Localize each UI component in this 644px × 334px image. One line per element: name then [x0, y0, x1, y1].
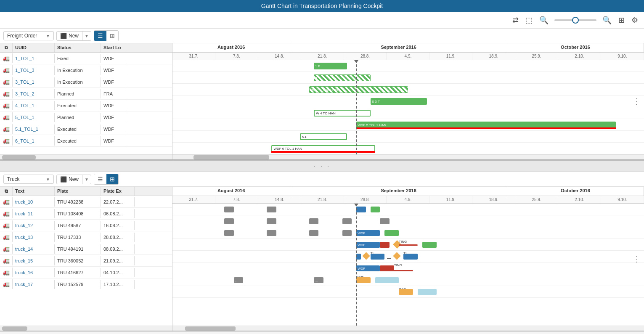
truck13-green[interactable]	[422, 242, 437, 248]
table-row[interactable]: 🚛 truck_12 TRU 49587 16.08.2...	[0, 220, 172, 231]
truck16-gray1[interactable]: ...	[234, 277, 243, 283]
truck10-bar1[interactable]	[224, 207, 233, 212]
table-row[interactable]: 🚛 5_TOL_1 Planned WDF	[0, 111, 172, 123]
gantt-bar-1-tol-1[interactable]: 1 F	[314, 63, 347, 69]
truck11-bar4[interactable]	[342, 218, 352, 224]
truck-day-7-8: 7.8.	[215, 196, 258, 203]
table-row[interactable]: 🚛 3_TOL_1 In Execution WDF	[0, 76, 172, 88]
uuid-link[interactable]: 3_TOL_2	[15, 91, 34, 96]
truck-text-link[interactable]: truck_15	[15, 258, 33, 263]
freight-order-new-dropdown[interactable]: ▼	[82, 32, 91, 40]
truck16-gray2[interactable]: ...	[314, 277, 323, 283]
table-row[interactable]: 🚛 6_TOL_1 Executed WDF	[0, 135, 172, 147]
truck17-orange[interactable]	[399, 289, 413, 295]
table-row[interactable]: 🚛 4_TOL_1 Executed WDF	[0, 100, 172, 111]
table-row[interactable]: 🚛 truck_17 TRU 152579 17.10.2...	[0, 278, 172, 290]
truck14-blue3[interactable]	[403, 254, 418, 260]
gantt-bar-51-tol-1[interactable]: 5.1	[300, 133, 347, 140]
table-row[interactable]: 🚛 truck_11 TRU 108408 06.08.2...	[0, 208, 172, 220]
truck-list-view-btn[interactable]: ☰	[94, 174, 106, 184]
freight-order-new-button-main[interactable]: ⬛ New	[57, 32, 82, 40]
uuid-link[interactable]: 5.1_TOL_1	[15, 127, 38, 132]
truck10-bar4[interactable]	[371, 207, 380, 212]
truck-grid-view-btn[interactable]: ⊞	[106, 174, 118, 184]
table-row[interactable]: 🚛 5.1_TOL_1 Executed WDF	[0, 123, 172, 135]
uuid-link[interactable]: 3_TOL_1	[15, 80, 34, 85]
truck12-green[interactable]	[384, 230, 399, 236]
table-row[interactable]: 🚛 truck_16 TRU 416627 04.10.2...	[0, 267, 172, 278]
truck10-bar2[interactable]	[267, 207, 276, 212]
truck14-blue2[interactable]	[371, 254, 385, 260]
truck-text-link[interactable]: truck_10	[15, 199, 33, 204]
truck11-bar3[interactable]	[309, 218, 318, 224]
truck-grid-h-scrollbar[interactable]	[0, 326, 172, 331]
freight-order-dropdown[interactable]: Freight Order ▼	[3, 31, 54, 40]
truck-text-link[interactable]: truck_16	[15, 270, 33, 275]
uuid-link[interactable]: 5_TOL_1	[15, 115, 34, 120]
gantt-bar-1-tol-3[interactable]: 1 T	[314, 74, 371, 81]
status-column-header: Status	[55, 43, 101, 52]
panel-separator[interactable]: · · ·	[0, 160, 644, 172]
truck-text-link[interactable]: truck_11	[15, 211, 33, 216]
truck-gantt-hscroll-thumb	[185, 326, 236, 331]
columns-icon[interactable]: ⊞	[617, 15, 625, 26]
truck15-red-line[interactable]	[380, 270, 413, 271]
truck12-bar2[interactable]	[267, 230, 276, 236]
truck-text-link[interactable]: truck_14	[15, 247, 33, 252]
table-row[interactable]: 🚛 1_TOL_3 In Execution WDF	[0, 64, 172, 76]
zoom-in-icon[interactable]: 🔍	[602, 15, 612, 26]
truck15-blue[interactable]: WDF	[356, 265, 380, 271]
truck11-bar2[interactable]	[267, 218, 276, 224]
truck11-bar5[interactable]	[380, 218, 389, 224]
freight-gantt-hscroll[interactable]	[172, 154, 644, 159]
table-row[interactable]: 🚛 truck_14 TRU 494191 08.09.2...	[0, 243, 172, 255]
truck12-bar3[interactable]	[309, 230, 318, 236]
truck-text-link[interactable]: truck_13	[15, 235, 33, 240]
truck16-orange[interactable]	[356, 277, 371, 283]
truck-text-link[interactable]: truck_17	[15, 282, 33, 287]
truck-new-button-main[interactable]: ⬛ New	[57, 175, 82, 184]
zoom-out-icon[interactable]: 🔍	[538, 15, 549, 26]
more-options-freight[interactable]: ⋮	[632, 96, 641, 106]
truck11-bar1[interactable]	[224, 218, 233, 224]
today-line	[356, 60, 357, 154]
truck17-lt-blue[interactable]	[418, 289, 437, 295]
save-icon[interactable]: ⬚	[525, 15, 533, 26]
gantt-bar-3-tol-1[interactable]: WDF 3 TOL 1 HAN	[309, 86, 408, 93]
table-row[interactable]: 🚛 truck_10 TRU 492238 22.07.2...	[0, 196, 172, 208]
truck-new-button[interactable]: ⬛ New ▼	[56, 175, 91, 184]
main-content: Freight Order ▼ ⬛ New ▼ ☰ ⊞ ⧉	[0, 29, 644, 331]
truck-dropdown[interactable]: Truck ▼	[3, 175, 54, 184]
settings-icon[interactable]: ⚙	[631, 15, 639, 26]
more-options-truck[interactable]: ⋮	[632, 254, 641, 264]
truck12-bar4[interactable]	[342, 230, 352, 236]
table-row[interactable]: 🚛 3_TOL_2 Planned FRA	[0, 88, 172, 100]
gantt-bar-3-tol-2[interactable]: E 3 T	[371, 98, 427, 105]
truck12-blue[interactable]: WDF	[356, 230, 380, 236]
grid-h-scrollbar[interactable]	[0, 154, 172, 159]
uuid-link[interactable]: 6_TOL_1	[15, 138, 34, 143]
list-view-btn[interactable]: ☰	[94, 31, 106, 41]
freight-order-new-button[interactable]: ⬛ New ▼	[56, 31, 91, 41]
truck-icon: 🚛	[0, 268, 13, 277]
truck12-bar1[interactable]	[224, 230, 233, 236]
truck-gantt-hscroll[interactable]	[172, 326, 644, 331]
truck-text-link[interactable]: truck_12	[15, 223, 33, 228]
grid-view-btn[interactable]: ⊞	[106, 31, 118, 41]
truck16-lt-blue[interactable]	[375, 277, 399, 283]
uuid-link[interactable]: 1_TOL_1	[15, 56, 34, 61]
uuid-link[interactable]: 1_TOL_3	[15, 68, 34, 73]
table-row[interactable]: 🚛 truck_15 TRU 360052 21.09.2...	[0, 255, 172, 267]
truck13-red2[interactable]	[399, 244, 418, 246]
swap-icon[interactable]: ⇄	[511, 15, 519, 26]
gantt-bar-4-tol-1[interactable]: W 4 TO HAN	[314, 110, 371, 117]
truck13-blue1[interactable]: WDF	[356, 242, 380, 248]
table-row[interactable]: 🚛 truck_13 TRU 17333 28.08.2...	[0, 231, 172, 243]
table-row[interactable]: 🚛 1_TOL_1 Fixed WDF	[0, 53, 172, 64]
truck-new-dropdown[interactable]: ▼	[82, 176, 91, 183]
uuid-link[interactable]: 4_TOL_1	[15, 103, 34, 108]
truck10-bar3[interactable]	[356, 207, 366, 212]
top-toolbar: ⇄ ⬚ 🔍 🔍 ⊞ ⚙	[0, 12, 644, 29]
zoom-slider[interactable]	[554, 19, 596, 21]
truck13-red[interactable]	[380, 242, 389, 248]
